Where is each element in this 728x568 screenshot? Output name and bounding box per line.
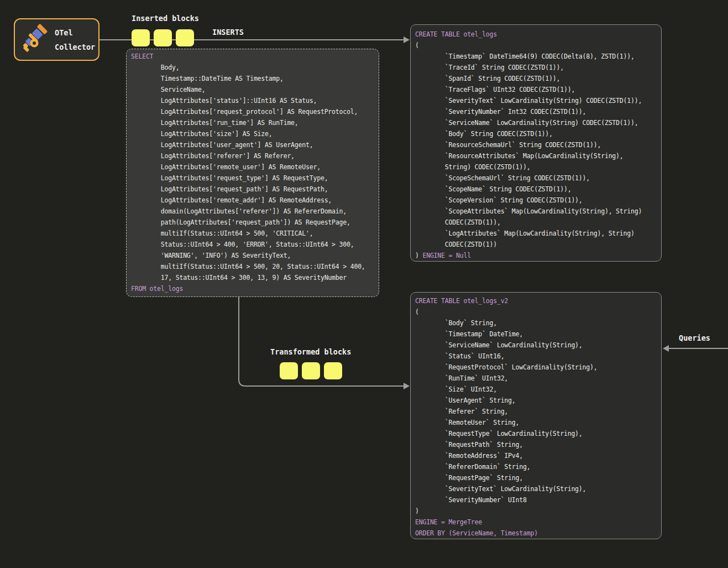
- code-line: LogAttributes['size'] AS Size,: [131, 128, 374, 139]
- code-text: `ScopeAttributes` Map(LowCardinality(Str…: [415, 207, 642, 215]
- otel-title-line2: Collector: [55, 40, 95, 54]
- code-line: `SeverityText` LowCardinality(String) CO…: [415, 95, 657, 106]
- telescope-icon: [19, 23, 50, 56]
- code-text: `SpanId` String CODEC(ZSTD(1)),: [415, 75, 560, 82]
- code-line: ) ENGINE = Null: [415, 250, 657, 261]
- code-text: LogAttributes['remote_user'] AS RemoteUs…: [131, 163, 321, 171]
- code-line: LogAttributes['user_agent'] AS UserAgent…: [131, 139, 374, 150]
- code-text: `SeverityText` LowCardinality(String),: [415, 485, 586, 493]
- code-line: LogAttributes['remote_user'] AS RemoteUs…: [131, 161, 374, 173]
- code-line: (: [415, 306, 657, 317]
- code-line: `LogAttributes` Map(LowCardinality(Strin…: [415, 228, 657, 239]
- code-line: `RemoteUser` String,: [415, 417, 657, 428]
- code-line: LogAttributes['referer'] AS Referer,: [131, 150, 374, 161]
- code-line: multiIf(Status::UInt64 > 500, 20, Status…: [131, 261, 374, 272]
- code-line: (: [415, 40, 657, 51]
- code-line: `ResourceAttributes` Map(LowCardinality(…: [415, 150, 657, 161]
- code-line: `SpanId` String CODEC(ZSTD(1)),: [415, 73, 657, 84]
- code-text: `ScopeVersion` String CODEC(ZSTD(1)),: [415, 196, 583, 204]
- code-line: `SeverityNumber` Int32 CODEC(ZSTD(1)),: [415, 106, 657, 117]
- code-line: 17, Status::UInt64 > 300, 13, 9) AS Seve…: [131, 272, 374, 283]
- code-text: LogAttributes['request_path'] AS Request…: [131, 185, 328, 193]
- code-line: `ServiceName` LowCardinality(String) COD…: [415, 117, 657, 128]
- code-text: ServiceName,: [131, 86, 205, 93]
- code-line: `Status` UInt16,: [415, 351, 657, 362]
- transform-elbow-line: [239, 297, 404, 386]
- code-line: `UserAgent` String,: [415, 395, 657, 406]
- code-line: `ScopeAttributes` Map(LowCardinality(Str…: [415, 206, 657, 217]
- code-keyword: ENGINE = Null: [422, 252, 470, 259]
- code-text: `TraceFlags` UInt32 CODEC(ZSTD(1)),: [415, 86, 575, 93]
- code-keyword: SELECT: [131, 53, 153, 60]
- code-text: `TraceId` String CODEC(ZSTD(1)),: [415, 64, 564, 71]
- code-line: CODEC(ZSTD(1)): [415, 239, 657, 250]
- code-line: 'WARNING', 'INFO') AS SeverityText,: [131, 250, 374, 261]
- code-text: `ServiceName` LowCardinality(String),: [415, 341, 583, 349]
- code-text: `RequestPage` String,: [415, 474, 523, 482]
- code-text: `Body` String,: [415, 319, 497, 327]
- code-text: `RequestProtocol` LowCardinality(String)…: [415, 363, 597, 371]
- code-text: CODEC(ZSTD(1)),: [415, 218, 501, 226]
- code-text: `Size` UInt32,: [415, 385, 497, 393]
- code-text: `SeverityNumber` UInt8: [415, 496, 527, 504]
- code-line: Status::UInt64 > 400, 'ERROR', Status::U…: [131, 239, 374, 250]
- code-line: Timestamp::DateTime AS Timestamp,: [131, 73, 374, 84]
- code-line: `Body` String CODEC(ZSTD(1)),: [415, 128, 657, 139]
- code-line: FROM otel_logs: [131, 283, 374, 294]
- code-text: `Status` UInt16,: [415, 352, 504, 360]
- code-text: `UserAgent` String,: [415, 397, 516, 404]
- code-text: `Referer` String,: [415, 408, 508, 415]
- code-text: domain(LogAttributes['referer']) AS Refe…: [131, 207, 347, 215]
- code-text: `RemoteAddress` IPv4,: [415, 452, 523, 460]
- code-text: LogAttributes['remote_addr'] AS RemoteAd…: [131, 196, 332, 204]
- code-text: ): [415, 252, 422, 259]
- code-line: `Size` UInt32,: [415, 384, 657, 395]
- code-line: multiIf(Status::UInt64 > 500, 'CRITICAL'…: [131, 228, 374, 239]
- code-text: Timestamp::DateTime AS Timestamp,: [131, 75, 284, 82]
- inserted-block: [154, 29, 172, 46]
- code-text: `LogAttributes` Map(LowCardinality(Strin…: [415, 230, 635, 237]
- code-line: `ScopeName` String CODEC(ZSTD(1)),: [415, 184, 657, 195]
- code-line: `RefererDomain` String,: [415, 461, 657, 472]
- inserted-block: [132, 29, 150, 46]
- code-line: LogAttributes['request_type'] AS Request…: [131, 173, 374, 184]
- code-keyword: CREATE TABLE otel_logs: [415, 30, 497, 38]
- code-text: 17, Status::UInt64 > 300, 13, 9) AS Seve…: [131, 274, 347, 282]
- inserts-label: INSERTS: [212, 28, 244, 37]
- code-line: `RequestType` LowCardinality(String),: [415, 428, 657, 439]
- otel-title-line1: OTel: [55, 25, 95, 40]
- code-line: LogAttributes['run_time'] AS RunTime,: [131, 117, 374, 128]
- code-text: `RequestPath` String,: [415, 441, 523, 449]
- code-line: domain(LogAttributes['referer']) AS Refe…: [131, 206, 374, 217]
- code-text: `SeverityText` LowCardinality(String) CO…: [415, 97, 642, 105]
- code-line: CREATE TABLE otel_logs_v2: [415, 295, 657, 306]
- code-text: (: [415, 308, 419, 316]
- create-table-otel-logs-v2-block: CREATE TABLE otel_logs_v2( `Body` String…: [410, 292, 662, 539]
- code-line: `SeverityNumber` UInt8: [415, 494, 657, 506]
- transformed-block: [302, 362, 320, 379]
- code-text: `ResourceSchemaUrl` String CODEC(ZSTD(1)…: [415, 141, 601, 149]
- code-line: ORDER BY (ServiceName, Timestamp): [415, 528, 657, 539]
- queries-arrowhead-icon: [663, 345, 669, 352]
- code-text: `ServiceName` LowCardinality(String) COD…: [415, 119, 638, 127]
- code-text: (: [415, 41, 419, 49]
- code-line: `ScopeVersion` String CODEC(ZSTD(1)),: [415, 195, 657, 206]
- code-text: `RequestType` LowCardinality(String),: [415, 430, 583, 437]
- code-text: `RemoteUser` String,: [415, 419, 519, 426]
- code-text: `Body` String CODEC(ZSTD(1)),: [415, 130, 553, 138]
- code-keyword: CREATE TABLE otel_logs_v2: [415, 297, 508, 305]
- code-line: `TraceFlags` UInt32 CODEC(ZSTD(1)),: [415, 84, 657, 95]
- otel-collector-title: OTel Collector: [55, 25, 95, 54]
- inserted-block: [176, 29, 194, 46]
- code-text: Status::UInt64 > 400, 'ERROR', Status::U…: [131, 241, 354, 248]
- transformed-block: [280, 362, 298, 379]
- code-text: ): [415, 507, 419, 515]
- code-line: SELECT: [131, 51, 374, 62]
- code-text: LogAttributes['size'] AS Size,: [131, 130, 273, 138]
- code-text: `RefererDomain` String,: [415, 463, 530, 471]
- code-line: `Body` String,: [415, 317, 657, 329]
- code-text: LogAttributes['status']::UInt16 AS Statu…: [131, 97, 317, 105]
- code-text: String) CODEC(ZSTD(1)),: [415, 163, 530, 171]
- code-line: `SeverityText` LowCardinality(String),: [415, 483, 657, 494]
- code-line: LogAttributes['status']::UInt16 AS Statu…: [131, 95, 374, 106]
